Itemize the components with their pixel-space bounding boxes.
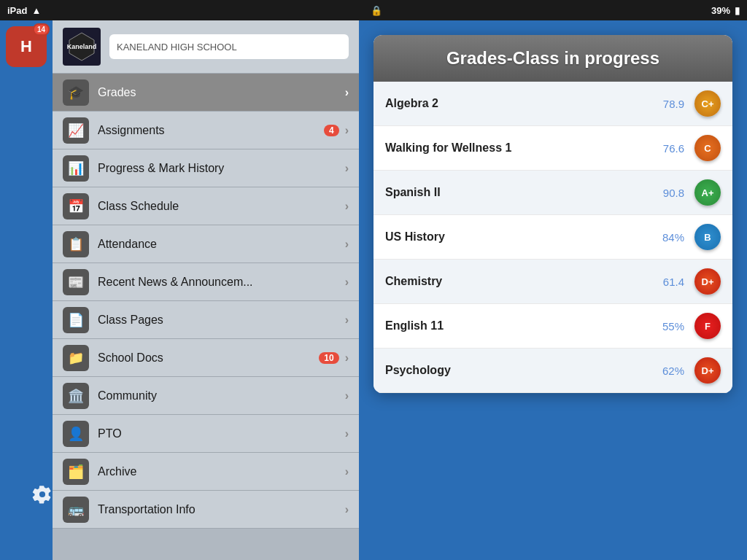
- grade-row[interactable]: Spanish II90.8A+: [374, 171, 732, 215]
- archive-icon: 🗂️: [63, 459, 89, 485]
- nav-item-transportation[interactable]: 🚌Transportation Info›: [53, 491, 359, 529]
- nav-label-assignments: Assignments: [98, 124, 324, 137]
- grade-score: 62%: [651, 365, 684, 377]
- main-layout: H 14 Kaneland 🎓Grades›📈Assignments4›📊Pro…: [0, 20, 747, 560]
- nav-item-class-pages[interactable]: 📄Class Pages›: [53, 301, 359, 339]
- gear-icon: [32, 484, 53, 505]
- assignments-icon: 📈: [63, 117, 89, 144]
- grade-badge: C+: [694, 90, 721, 117]
- nav-label-news: Recent News & Announcem...: [98, 276, 345, 289]
- school-name-input[interactable]: [109, 34, 349, 59]
- nav-chevron-transportation: ›: [345, 503, 349, 516]
- nav-label-transportation: Transportation Info: [98, 503, 345, 516]
- content-area: Grades-Class in progress Algebra 278.9C+…: [359, 20, 747, 560]
- news-icon: 📰: [63, 269, 89, 295]
- transport-icon: 🚌: [63, 497, 89, 523]
- school-logo-svg: Kaneland: [65, 30, 98, 63]
- grade-score: 76.6: [651, 142, 684, 155]
- grade-score: 78.9: [651, 98, 684, 110]
- grade-badge: A+: [694, 179, 721, 206]
- sidebar: Kaneland 🎓Grades›📈Assignments4›📊Progress…: [53, 20, 359, 560]
- grade-subject: Chemistry: [385, 275, 651, 288]
- school-logo: Kaneland: [63, 28, 101, 66]
- grades-icon: 🎓: [63, 79, 89, 106]
- notification-button[interactable]: H 14: [6, 26, 47, 67]
- nav-item-school-docs[interactable]: 📁School Docs10›: [53, 339, 359, 377]
- ipad-label: iPad: [7, 5, 27, 16]
- grades-title: Grades-Class in progress: [388, 48, 718, 69]
- grade-score: 84%: [651, 231, 684, 244]
- grade-badge: B: [694, 224, 721, 250]
- status-bar: iPad ▲ 🔒 39% ▮: [0, 0, 747, 20]
- pto-icon: 👤: [63, 421, 89, 447]
- nav-label-school-docs: School Docs: [98, 351, 319, 365]
- nav-chevron-grades: ›: [345, 86, 349, 99]
- lock-icon: 🔒: [371, 5, 382, 16]
- grade-subject: Spanish II: [385, 186, 651, 199]
- nav-chevron-news: ›: [345, 276, 349, 289]
- settings-button[interactable]: [29, 481, 55, 508]
- battery-icon: ▮: [735, 5, 740, 16]
- nav-badge-school-docs: 10: [319, 352, 338, 364]
- nav-item-assignments[interactable]: 📈Assignments4›: [53, 112, 359, 149]
- nav-item-grades[interactable]: 🎓Grades›: [53, 74, 359, 112]
- grade-subject: US History: [385, 230, 651, 244]
- wifi-icon: ▲: [31, 5, 41, 16]
- schedule-icon: 📅: [63, 193, 89, 219]
- grade-subject: Walking for Wellness 1: [385, 141, 651, 155]
- grades-list: Algebra 278.9C+Walking for Wellness 176.…: [374, 82, 732, 393]
- nav-item-archive[interactable]: 🗂️Archive›: [53, 453, 359, 491]
- grade-row[interactable]: Algebra 278.9C+: [374, 82, 732, 126]
- grade-subject: Algebra 2: [385, 97, 651, 110]
- nav-item-pto[interactable]: 👤PTO›: [53, 415, 359, 453]
- docs-icon: 📁: [63, 345, 89, 371]
- nav-chevron-school-docs: ›: [345, 351, 349, 365]
- grade-badge: C: [694, 135, 721, 161]
- classpages-icon: 📄: [63, 307, 89, 333]
- nav-list: 🎓Grades›📈Assignments4›📊Progress & Mark H…: [53, 74, 359, 529]
- status-right: 39% ▮: [711, 5, 740, 16]
- nav-item-progress[interactable]: 📊Progress & Mark History›: [53, 149, 359, 187]
- nav-label-class-pages: Class Pages: [98, 314, 345, 327]
- progress-icon: 📊: [63, 155, 89, 182]
- grade-badge: D+: [694, 357, 721, 384]
- nav-chevron-attendance: ›: [345, 238, 349, 251]
- notification-badge: 14: [33, 23, 50, 36]
- grade-score: 90.8: [651, 187, 684, 199]
- grades-header: Grades-Class in progress: [374, 35, 732, 82]
- nav-item-news[interactable]: 📰Recent News & Announcem...›: [53, 263, 359, 301]
- nav-chevron-pto: ›: [345, 427, 349, 440]
- battery-percent: 39%: [711, 5, 730, 16]
- notification-h-icon: H: [20, 37, 32, 56]
- nav-label-class-schedule: Class Schedule: [98, 200, 345, 213]
- grades-card: Grades-Class in progress Algebra 278.9C+…: [374, 35, 732, 393]
- grade-row[interactable]: US History84%B: [374, 215, 732, 260]
- attendance-icon: 📋: [63, 231, 89, 257]
- nav-label-attendance: Attendance: [98, 238, 345, 251]
- nav-chevron-assignments: ›: [345, 124, 349, 137]
- grade-badge: D+: [694, 268, 721, 295]
- grade-row[interactable]: English 1155%F: [374, 304, 732, 349]
- nav-chevron-archive: ›: [345, 465, 349, 478]
- grade-row[interactable]: Walking for Wellness 176.6C: [374, 126, 732, 171]
- nav-label-progress: Progress & Mark History: [98, 162, 345, 175]
- nav-label-grades: Grades: [98, 86, 345, 99]
- grade-badge: F: [694, 313, 721, 339]
- status-left: iPad ▲: [7, 5, 41, 16]
- nav-label-archive: Archive: [98, 465, 345, 478]
- nav-chevron-progress: ›: [345, 162, 349, 175]
- grade-subject: English 11: [385, 319, 651, 332]
- nav-item-class-schedule[interactable]: 📅Class Schedule›: [53, 187, 359, 225]
- grade-row[interactable]: Psychology62%D+: [374, 349, 732, 393]
- nav-item-attendance[interactable]: 📋Attendance›: [53, 225, 359, 263]
- nav-item-community[interactable]: 🏛️Community›: [53, 377, 359, 415]
- grade-score: 61.4: [651, 276, 684, 288]
- grade-score: 55%: [651, 320, 684, 332]
- nav-badge-assignments: 4: [324, 125, 339, 136]
- grade-row[interactable]: Chemistry61.4D+: [374, 260, 732, 304]
- grade-subject: Psychology: [385, 364, 651, 377]
- nav-chevron-class-schedule: ›: [345, 200, 349, 213]
- nav-chevron-class-pages: ›: [345, 314, 349, 327]
- nav-label-community: Community: [98, 389, 345, 402]
- svg-text:Kaneland: Kaneland: [67, 43, 97, 50]
